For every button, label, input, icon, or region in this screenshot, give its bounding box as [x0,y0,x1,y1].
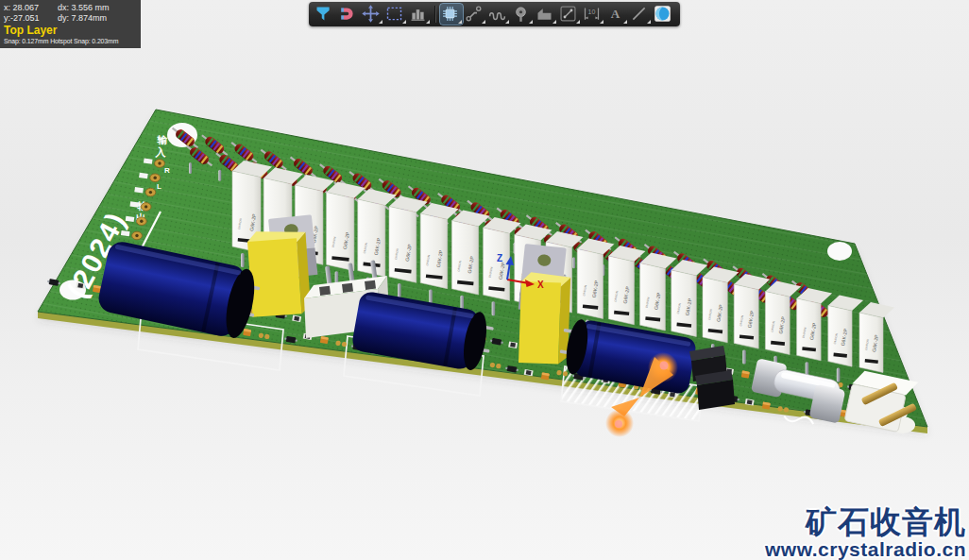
pad-hole [144,205,147,208]
svg-text:A: A [611,7,620,21]
dimension-icon[interactable]: 10 [582,4,604,25]
move-icon[interactable] [361,4,383,25]
measure-icon[interactable] [558,4,581,25]
cursor-x-row: x: 28.067 dx: 3.556 mm [4,3,137,13]
cursor-dx: dx: 3.556 mm [58,3,110,13]
relay-pin [837,368,841,382]
x-axis-label: X [537,280,544,290]
active-layer-label: Top Layer [4,24,137,37]
filter-icon[interactable] [314,4,336,25]
smd-component[interactable] [93,285,101,293]
smd-component[interactable] [243,329,251,336]
silkscreen-label: 入 [155,146,167,159]
svg-text:10: 10 [588,8,596,15]
watermark-title: 矿石收音机 [765,506,966,537]
select-area-icon[interactable] [384,4,407,25]
relay-pin [492,301,496,315]
snap-settings-label: Snap: 0.127mm Hotspot Snap: 0.203mm [4,38,137,45]
relay-pin [742,349,746,364]
pad-hole [149,191,152,194]
coordinate-status-panel: x: 28.067 dx: 3.556 mm y:-27.051 dy: 7.8… [0,0,141,48]
line-icon[interactable] [629,4,652,25]
pcb-toolbar: 10A [309,2,680,26]
place-component-icon[interactable] [440,4,463,25]
film-capacitor[interactable] [246,229,311,317]
component-lead [189,162,192,174]
led-glow-core [660,362,669,370]
dropdown-indicator [647,20,651,24]
smd-component[interactable] [320,336,329,344]
dropdown-indicator [426,20,430,24]
mounting-hole [827,242,852,261]
toolbar-separator [434,6,436,23]
smd-component[interactable] [762,401,771,409]
route-icon[interactable] [464,4,486,25]
silkscreen-channel-r: R [164,166,170,175]
dropdown-indicator [458,20,462,24]
cursor-dy: dy: 7.874mm [58,13,107,24]
watermark-url: www.crystalradio.cn [765,539,966,559]
sphere-view-icon[interactable] [653,4,675,25]
silkscreen-label: 输 [157,134,168,145]
pad-hole [140,220,143,223]
text-icon[interactable]: A [605,4,628,25]
polygon-pour-icon[interactable] [535,4,557,25]
dropdown-indicator [482,20,485,24]
watermark: 矿石收音机 www.crystalradio.cn [765,506,966,559]
dropdown-indicator [600,20,604,24]
magnet-snap-icon[interactable] [337,4,360,25]
cursor-y: y:-27.051 [4,13,58,24]
dropdown-indicator [552,20,556,24]
dropdown-indicator [402,20,406,24]
silkscreen-channel-l: L [157,182,162,191]
relay-pin [398,283,401,297]
cursor-y-row: y:-27.051 dy: 7.874mm [4,13,137,24]
z-axis-label: Z [497,253,502,263]
smd-component[interactable] [541,372,550,380]
pcb-3d-viewport[interactable]: (2024) 输入输出RL OMRONG6K-2POMRONG6K-2POMRO… [0,0,969,560]
dropdown-indicator [623,20,627,24]
bar-chart-icon[interactable] [408,4,431,25]
relay-pin [429,289,433,303]
pad-hole [135,234,138,237]
smd-component[interactable] [741,370,750,378]
pad-hole [154,177,157,179]
component-lead [218,170,221,181]
pcb-3d-scene[interactable]: (2024) 输入输出RL OMRONG6K-2POMRONG6K-2POMRO… [0,0,969,560]
cursor-x: x: 28.067 [4,3,58,13]
dropdown-indicator [576,20,580,24]
component-lead [572,257,575,268]
tune-meander-icon[interactable] [487,4,510,25]
relay-pin [460,296,464,310]
via-icon[interactable] [511,4,534,25]
dropdown-indicator [379,20,382,24]
pad-hole [158,161,161,164]
relay-pin [241,253,245,267]
led-glow-core [615,420,622,428]
dropdown-indicator [529,20,533,24]
dropdown-indicator [505,20,509,24]
